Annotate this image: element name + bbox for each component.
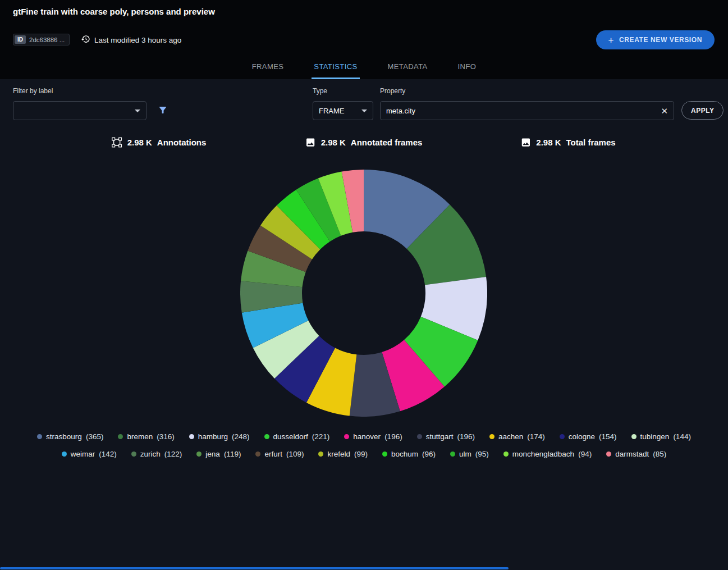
legend-dot	[450, 452, 455, 457]
legend-item-zurich[interactable]: zurich(122)	[131, 450, 182, 458]
property-value: meta.city	[386, 107, 415, 115]
legend-item-dusseldorf[interactable]: dusseldorf(221)	[264, 432, 330, 441]
legend-dot	[489, 434, 495, 439]
legend-label: darmstadt	[615, 450, 649, 458]
id-value: 2dc63886 ...	[29, 37, 68, 43]
chevron-down-icon	[135, 110, 140, 112]
apply-button[interactable]: APPLY	[681, 101, 724, 120]
filter-by-label-label: Filter by label	[13, 87, 53, 95]
history-icon	[81, 34, 90, 45]
property-label: Property	[380, 87, 405, 95]
legend-count: (119)	[224, 450, 241, 458]
legend-item-stuttgart[interactable]: stuttgart(196)	[417, 432, 475, 441]
legend-count: (174)	[527, 432, 545, 441]
legend-item-erfurt[interactable]: erfurt(109)	[255, 450, 304, 458]
legend-count: (99)	[354, 450, 368, 458]
legend-count: (316)	[157, 432, 175, 441]
legend-dot	[382, 452, 387, 457]
legend-label: monchengladbach	[512, 450, 574, 458]
legend-dot	[118, 434, 123, 439]
label-filter-select[interactable]	[13, 101, 146, 120]
legend-dot	[606, 452, 611, 457]
legend-count: (95)	[475, 450, 489, 458]
tab-metadata[interactable]: METADATA	[386, 56, 430, 79]
header: gtFine train with coarse poly, persons a…	[0, 0, 728, 79]
legend-item-monchengladbach[interactable]: monchengladbach(94)	[503, 450, 592, 458]
legend-item-jena[interactable]: jena(119)	[196, 450, 241, 458]
legend-label: erfurt	[264, 450, 282, 458]
type-label: Type	[313, 87, 327, 95]
legend-item-tubingen[interactable]: tubingen(144)	[631, 432, 691, 441]
last-modified: Last modified 3 hours ago	[81, 34, 181, 45]
last-modified-label: Last modified 3 hours ago	[94, 36, 181, 44]
legend-label: stuttgart	[426, 432, 454, 441]
stat-value: 2.98 K	[127, 138, 152, 147]
legend-label: krefeld	[327, 450, 350, 458]
chevron-down-icon	[361, 110, 367, 112]
legend-label: ulm	[459, 450, 471, 458]
legend-item-bochum[interactable]: bochum(96)	[382, 450, 436, 458]
legend-label: hanover	[353, 432, 381, 441]
create-new-version-button[interactable]: + CREATE NEW VERSION	[596, 30, 715, 49]
legend-label: jena	[205, 450, 220, 458]
stat-value: 2.98 K	[321, 138, 346, 147]
chart-legend: strasbourg(365)bremen(316)hamburg(248)du…	[0, 432, 728, 458]
legend-dot	[560, 434, 565, 439]
legend-label: strasbourg	[46, 432, 82, 441]
legend-dot	[318, 452, 323, 457]
legend-item-hamburg[interactable]: hamburg(248)	[189, 432, 250, 441]
image-icon	[305, 137, 316, 148]
property-input[interactable]: meta.city ✕	[380, 101, 674, 120]
stat-value: 2.98 K	[536, 138, 561, 147]
legend-count: (96)	[422, 450, 436, 458]
legend-item-krefeld[interactable]: krefeld(99)	[318, 450, 368, 458]
stat-label: Annotations	[157, 138, 207, 147]
legend-dot	[344, 434, 349, 439]
legend-dot	[264, 434, 269, 439]
legend-item-aachen[interactable]: aachen(174)	[489, 432, 545, 441]
legend-count: (196)	[384, 432, 402, 441]
legend-count: (365)	[86, 432, 104, 441]
legend-dot	[503, 452, 509, 457]
legend-dot	[131, 452, 136, 457]
page-title: gtFine train with coarse poly, persons a…	[13, 7, 215, 16]
legend-item-ulm[interactable]: ulm(95)	[450, 450, 489, 458]
legend-label: cologne	[569, 432, 595, 441]
legend-item-strasbourg[interactable]: strasbourg(365)	[37, 432, 103, 441]
stat-label: Total frames	[566, 138, 616, 147]
tab-frames[interactable]: FRAMES	[250, 56, 286, 79]
legend-label: bremen	[127, 432, 153, 441]
stat-label: Annotated frames	[351, 138, 423, 147]
legend-count: (154)	[599, 432, 617, 441]
legend-item-weimar[interactable]: weimar(142)	[62, 450, 117, 458]
legend-item-hanover[interactable]: hanover(196)	[344, 432, 402, 441]
tab-info[interactable]: INFO	[456, 56, 479, 79]
legend-count: (196)	[457, 432, 475, 441]
legend-label: dusseldorf	[273, 432, 308, 441]
legend-dot	[189, 434, 194, 439]
legend-count: (144)	[673, 432, 691, 441]
dataset-id-chip[interactable]: ID 2dc63886 ...	[13, 34, 70, 45]
city-distribution-donut-chart[interactable]	[240, 170, 487, 417]
legend-row: strasbourg(365)bremen(316)hamburg(248)du…	[37, 432, 691, 441]
legend-item-cologne[interactable]: cologne(154)	[560, 432, 617, 441]
legend-label: zurich	[140, 450, 161, 458]
stat-annotated-frames: 2.98 KAnnotated frames	[305, 137, 423, 148]
legend-dot	[196, 452, 202, 457]
legend-dot	[417, 434, 422, 439]
horizontal-scrollbar-thumb[interactable]	[0, 567, 509, 569]
filter-icon[interactable]	[158, 105, 168, 115]
tab-statistics[interactable]: STATISTICS	[312, 56, 359, 79]
type-select[interactable]: FRAME	[313, 101, 373, 120]
legend-dot	[631, 434, 637, 439]
id-tag: ID	[15, 35, 26, 44]
legend-item-bremen[interactable]: bremen(316)	[118, 432, 174, 441]
legend-count: (221)	[312, 432, 330, 441]
legend-count: (142)	[99, 450, 117, 458]
clear-icon[interactable]: ✕	[661, 107, 668, 115]
type-value: FRAME	[319, 107, 345, 115]
stat-annotations: 2.98 KAnnotations	[112, 137, 207, 148]
legend-count: (248)	[232, 432, 250, 441]
legend-item-darmstadt[interactable]: darmstadt(85)	[606, 450, 666, 458]
stat-total-frames: 2.98 KTotal frames	[520, 137, 615, 148]
